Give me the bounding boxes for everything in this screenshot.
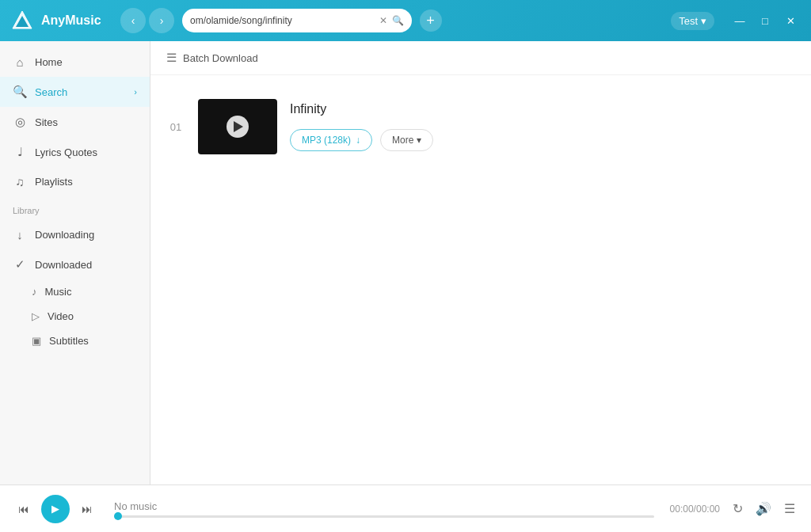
sidebar-label-lyrics: Lyrics Quotes: [35, 146, 137, 158]
player-bar: ⏮ ▶ ⏭ No music 00:00/00:00 ↻ 🔊 ☰: [0, 484, 811, 532]
sidebar-item-video[interactable]: ▷ Video: [0, 304, 150, 329]
window-controls: — □ ✕: [729, 10, 801, 32]
sidebar-item-playlists[interactable]: ♫ Playlists: [0, 167, 150, 196]
sidebar-item-downloading[interactable]: ↓ Downloading: [0, 220, 150, 249]
sites-icon: ◎: [13, 115, 27, 129]
maximize-button[interactable]: □: [754, 10, 776, 32]
address-text: om/olamide/song/infinity: [190, 15, 375, 26]
lyrics-icon: ♩: [13, 145, 27, 159]
sidebar-item-lyrics[interactable]: ♩ Lyrics Quotes: [0, 137, 150, 167]
more-chevron-icon: ▾: [417, 135, 421, 146]
sidebar-label-home: Home: [35, 56, 137, 68]
sidebar-label-video: Video: [48, 310, 74, 322]
result-info: Infinity MP3 (128k) ↓ More ▾: [290, 102, 795, 151]
titlebar: AnyMusic ‹ › om/olamide/song/infinity ✕ …: [0, 0, 811, 41]
app-name: AnyMusic: [41, 13, 101, 28]
play-triangle-icon: [234, 121, 243, 132]
video-icon: ▷: [32, 310, 40, 322]
sidebar-label-sites: Sites: [35, 116, 137, 128]
play-pause-button[interactable]: ▶: [41, 495, 70, 523]
minimize-button[interactable]: —: [729, 10, 751, 32]
subtitles-icon: ▣: [32, 335, 41, 347]
address-close-icon[interactable]: ✕: [379, 15, 387, 26]
address-search-icon[interactable]: 🔍: [392, 15, 404, 26]
progress-bar[interactable]: [114, 515, 654, 518]
download-icon: ↓: [356, 135, 360, 146]
sidebar-item-music[interactable]: ♪ Music: [0, 279, 150, 304]
layout: ⌂ Home 🔍 Search › ◎ Sites ♩ Lyrics Quote…: [0, 41, 811, 484]
address-bar[interactable]: om/olamide/song/infinity ✕ 🔍: [182, 9, 412, 32]
search-icon: 🔍: [13, 85, 27, 99]
play-overlay: [227, 116, 249, 138]
result-title: Infinity: [290, 102, 795, 116]
batch-bar: ☰ Batch Download: [150, 41, 811, 75]
more-button[interactable]: More ▾: [380, 129, 433, 151]
nav-buttons: ‹ ›: [120, 8, 174, 33]
app-logo-icon: [10, 8, 35, 33]
forward-button[interactable]: ›: [149, 8, 174, 33]
back-button[interactable]: ‹: [120, 8, 146, 33]
sidebar-item-sites[interactable]: ◎ Sites: [0, 107, 150, 137]
results-area: 01 Infinity MP3 (128k) ↓ More: [150, 75, 811, 484]
sidebar-item-home[interactable]: ⌂ Home: [0, 48, 150, 77]
app-logo: AnyMusic: [10, 8, 112, 33]
batch-download-icon: ☰: [166, 51, 177, 65]
repeat-button[interactable]: ↻: [729, 498, 746, 519]
queue-button[interactable]: ☰: [781, 498, 798, 519]
user-chevron-icon: ▾: [701, 15, 706, 27]
mp3-label: MP3 (128k): [302, 135, 351, 146]
add-tab-button[interactable]: +: [420, 10, 442, 32]
result-actions: MP3 (128k) ↓ More ▾: [290, 129, 795, 151]
playlists-icon: ♫: [13, 175, 27, 188]
progress-dot: [114, 512, 122, 520]
user-name: Test: [679, 15, 698, 27]
sidebar-label-playlists: Playlists: [35, 176, 137, 188]
now-playing-label: No music: [114, 500, 654, 512]
player-controls: ⏮ ▶ ⏭: [13, 495, 98, 523]
time-display: 00:00/00:00: [670, 504, 720, 515]
player-right-controls: ↻ 🔊 ☰: [729, 498, 798, 519]
sidebar: ⌂ Home 🔍 Search › ◎ Sites ♩ Lyrics Quote…: [0, 41, 150, 484]
downloading-icon: ↓: [13, 228, 27, 241]
sidebar-label-downloaded: Downloaded: [35, 259, 137, 271]
table-row: 01 Infinity MP3 (128k) ↓ More: [166, 91, 795, 162]
sidebar-item-subtitles[interactable]: ▣ Subtitles: [0, 329, 150, 353]
video-thumbnail[interactable]: [198, 99, 277, 154]
sidebar-item-search[interactable]: 🔍 Search ›: [0, 77, 150, 107]
music-icon: ♪: [32, 286, 37, 298]
search-arrow-icon: ›: [134, 87, 137, 97]
player-progress: No music: [108, 500, 661, 518]
downloaded-icon: ✓: [13, 257, 27, 272]
library-section-label: Library: [0, 196, 150, 220]
result-number: 01: [166, 121, 185, 133]
volume-button[interactable]: 🔊: [752, 498, 775, 519]
prev-button[interactable]: ⏮: [13, 498, 35, 520]
next-button[interactable]: ⏭: [76, 498, 98, 520]
sidebar-label-search: Search: [35, 86, 126, 98]
mp3-download-button[interactable]: MP3 (128k) ↓: [290, 129, 372, 151]
home-icon: ⌂: [13, 55, 27, 69]
sidebar-label-subtitles: Subtitles: [49, 335, 89, 347]
more-label: More: [392, 135, 413, 146]
batch-download-label: Batch Download: [183, 52, 258, 64]
user-menu[interactable]: Test ▾: [671, 12, 714, 30]
close-button[interactable]: ✕: [779, 10, 801, 32]
sidebar-item-downloaded[interactable]: ✓ Downloaded: [0, 249, 150, 279]
sidebar-label-music: Music: [45, 286, 72, 298]
sidebar-label-downloading: Downloading: [35, 229, 137, 241]
main-content: ☰ Batch Download 01 Infinity MP3 (128k) …: [150, 41, 811, 484]
